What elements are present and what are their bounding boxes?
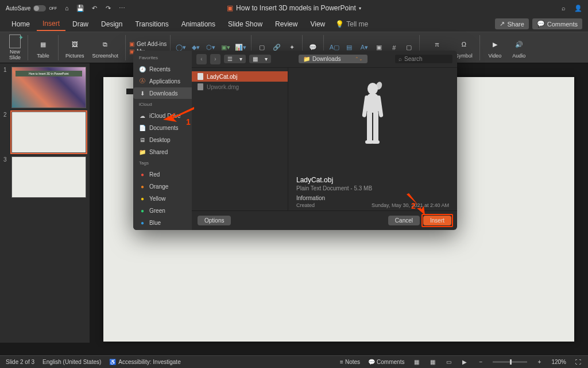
audio-icon: 🔊 [511, 36, 527, 52]
undo-icon[interactable]: ↶ [90, 4, 98, 12]
pictures-icon: 🖼 [67, 36, 83, 52]
options-button[interactable]: Options [198, 216, 231, 225]
sidebar-tag-yellow[interactable]: ●Yellow [133, 193, 192, 204]
file-dialog: Favorites 🕘Recents ⒶApplications ⬇Downlo… [133, 51, 457, 230]
comments-button[interactable]: 💬 Comments [532, 18, 582, 29]
reading-view-icon[interactable]: ▭ [444, 358, 452, 366]
comments-toggle[interactable]: 💬Comments [368, 359, 404, 365]
download-icon: ⬇ [139, 90, 146, 97]
shared-icon: 📁 [139, 148, 146, 155]
tab-transitions[interactable]: Transitions [129, 18, 174, 30]
slide-thumb-2[interactable]: 2 [3, 112, 86, 153]
sidebar-tag-red[interactable]: ●Red [133, 168, 192, 180]
sorter-view-icon[interactable]: ▦ [428, 358, 436, 366]
slide-indicator[interactable]: Slide 2 of 3 [6, 359, 34, 365]
tab-home[interactable]: Home [6, 18, 36, 30]
nav-fwd-button[interactable]: › [210, 54, 220, 64]
zoom-slider[interactable] [493, 361, 527, 363]
notes-icon: ≡ [340, 359, 343, 365]
get-addins-button[interactable]: ▣Get Add-ins [129, 41, 167, 47]
dialog-footer: Options Cancel Insert [192, 210, 457, 230]
screenshot-icon: ⧉ [97, 36, 113, 52]
sidebar-tag-blue[interactable]: ●Blue [133, 217, 192, 228]
tab-review[interactable]: Review [269, 18, 303, 30]
new-slide-icon: ✦ [9, 34, 21, 48]
file-list[interactable]: LadyCat.obj Upwork.dmg [192, 68, 288, 210]
location-dropdown[interactable]: 📁Downloads ⌃⌄ [299, 55, 368, 63]
insert-button[interactable]: Insert [423, 216, 451, 225]
slide-thumb-1[interactable]: 1 How to Insert 3D in PowerPoint [3, 67, 86, 108]
folder-icon: 📁 [303, 56, 310, 62]
clock-icon: 🕘 [139, 66, 146, 72]
tab-insert[interactable]: Insert [37, 17, 65, 31]
video-button[interactable]: ▶ Video [483, 36, 506, 59]
dialog-sidebar: Favorites 🕘Recents ⒶApplications ⬇Downlo… [133, 51, 192, 230]
accessibility-indicator[interactable]: ♿Accessibility: Investigate [109, 359, 180, 365]
tab-draw[interactable]: Draw [67, 18, 94, 30]
cloud-icon: ☁ [139, 112, 146, 119]
video-icon: ▶ [487, 36, 503, 52]
file-item-ladycat[interactable]: LadyCat.obj [192, 71, 288, 82]
preview-name: LadyCat.obj [296, 176, 449, 184]
view-icons[interactable]: ▦▾ [249, 55, 271, 63]
tab-animations[interactable]: Animations [176, 18, 221, 30]
redo-icon[interactable]: ↷ [104, 4, 112, 12]
symbol-icon: Ω [456, 36, 472, 52]
comment-icon: 💬 [368, 359, 375, 365]
chevron-down-icon: ▾ [261, 55, 271, 63]
doc-title: ▣ How to Insert 3D models in PowerPoint … [227, 4, 361, 12]
sidebar-applications[interactable]: ⒶApplications [133, 75, 192, 87]
pictures-button[interactable]: 🖼 Pictures [62, 36, 88, 59]
tab-design[interactable]: Design [95, 18, 128, 30]
slide-panel[interactable]: 1 How to Insert 3D in PowerPoint 2 3 [0, 63, 90, 343]
view-columns[interactable]: ☰▾ [224, 55, 246, 63]
sidebar-tag-orange[interactable]: ●Orange [133, 181, 192, 192]
slideshow-view-icon[interactable]: ▶ [461, 358, 469, 366]
preview-thumbnail [296, 74, 449, 176]
chevron-down-icon: ▾ [236, 55, 246, 63]
tab-view[interactable]: View [304, 18, 331, 30]
tell-me[interactable]: 💡Tell me [335, 20, 368, 28]
sidebar-recents[interactable]: 🕘Recents [133, 63, 192, 75]
sidebar-documents[interactable]: 📄Documents [133, 122, 192, 133]
audio-button[interactable]: 🔊 Audio [508, 36, 531, 59]
table-button[interactable]: ▦ Table [32, 36, 55, 59]
tab-slideshow[interactable]: Slide Show [222, 18, 268, 30]
nav-back-button[interactable]: ‹ [196, 54, 207, 64]
title-bar: AutoSave OFF ⌂ 💾 ↶ ↷ ⋯ ▣ How to Insert 3… [0, 0, 588, 16]
save-icon[interactable]: 💾 [76, 4, 84, 12]
language-indicator[interactable]: English (United States) [42, 359, 101, 365]
annotation-label-1: 1 [186, 117, 191, 126]
app-icon: Ⓐ [139, 78, 146, 85]
zoom-out-icon[interactable]: − [477, 358, 485, 366]
share-person-icon[interactable]: 👤 [574, 4, 582, 12]
sidebar-downloads[interactable]: ⬇Downloads [133, 87, 192, 99]
notes-button[interactable]: ≡Notes [340, 359, 360, 365]
slide-thumb-3[interactable]: 3 [3, 156, 86, 198]
home-icon[interactable]: ⌂ [63, 4, 71, 12]
desktop-icon: 🖥 [139, 136, 146, 143]
zoom-in-icon[interactable]: + [535, 358, 543, 366]
cancel-button[interactable]: Cancel [388, 216, 420, 225]
sidebar-desktop[interactable]: 🖥Desktop [133, 134, 192, 145]
normal-view-icon[interactable]: ▦ [412, 358, 420, 366]
search-icon: ⌕ [399, 56, 402, 62]
share-button[interactable]: ↗ Share [495, 18, 528, 29]
fit-window-icon[interactable]: ⛶ [574, 358, 582, 366]
new-slide-button[interactable]: ✦ New Slide [6, 34, 24, 60]
search-input[interactable]: ⌕Search [395, 55, 452, 63]
sidebar-tag-green[interactable]: ●Green [133, 205, 192, 216]
sb-hdr-tags: Tags [133, 158, 192, 168]
search-icon[interactable]: ⌕ [559, 4, 567, 12]
toggle-off-icon[interactable] [33, 5, 46, 12]
sidebar-tag-purple[interactable]: ●Purple [133, 229, 192, 230]
file-item-upwork[interactable]: Upwork.dmg [192, 82, 288, 92]
screenshot-button[interactable]: ⧉ Screenshot [89, 36, 122, 59]
ppt-icon: ▣ [227, 4, 233, 12]
zoom-value[interactable]: 120% [551, 359, 566, 365]
sidebar-shared[interactable]: 📁Shared [133, 146, 192, 158]
more-icon[interactable]: ⋯ [118, 4, 126, 12]
sidebar-icloud-drive[interactable]: ☁iCloud Drive [133, 110, 192, 121]
chevron-down-icon[interactable]: ▾ [359, 6, 361, 11]
autosave-toggle[interactable]: AutoSave OFF [6, 5, 57, 12]
